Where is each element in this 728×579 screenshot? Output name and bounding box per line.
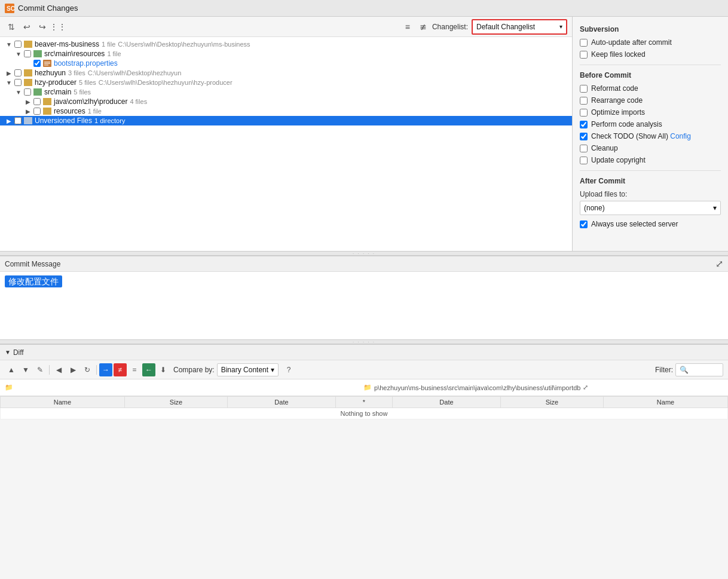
cleanup-label[interactable]: Cleanup: [591, 144, 618, 152]
tree-item-meta: 1 directory: [94, 117, 125, 124]
diff-edit[interactable]: ✎: [33, 363, 47, 376]
diff-arrow-left-btn[interactable]: ←: [142, 363, 155, 376]
compare-by-dropdown[interactable]: Binary Content ▾: [217, 363, 279, 376]
folder-icon: [43, 108, 51, 115]
compare-by-area: Compare by: Binary Content ▾: [173, 363, 279, 376]
tree-item-hezhuyun[interactable]: ▶ hezhuyun 3 files C:\Users\wlh\Desktop\…: [0, 68, 572, 78]
changelist-value: Default Changelist: [476, 23, 556, 31]
tree-toggle[interactable]: ▼: [5, 78, 13, 87]
tree-item-src-main-resources[interactable]: ▼ src\main\resources 1 file: [0, 49, 572, 59]
upload-dropdown[interactable]: (none) ▾: [580, 201, 721, 215]
resize-handle-1[interactable]: · · · · ·: [0, 251, 728, 256]
filter2-button[interactable]: ≢: [417, 20, 430, 33]
always-use-server-checkbox[interactable]: [580, 220, 588, 228]
tree-item-src-main[interactable]: ▼ src\main 5 files: [0, 87, 572, 97]
diff-equal-btn[interactable]: =: [128, 363, 141, 376]
tree-item-java-com-zlhy-producer[interactable]: ▶ java\com\zlhy\producer 4 files: [0, 97, 572, 106]
folder-src-icon: [33, 50, 42, 57]
chevron-down-icon: ▾: [271, 366, 274, 374]
tree-toggle[interactable]: ▶: [24, 97, 32, 106]
changelist-label: Changelist:: [432, 23, 468, 31]
tree-checkbox[interactable]: [33, 60, 41, 67]
sync-button[interactable]: ⇅: [5, 20, 18, 33]
tree-item-resources[interactable]: ▶ resources 1 file: [0, 106, 572, 116]
tree-checkbox[interactable]: [14, 117, 22, 124]
diff-table: Name Size Date * Date Size Name Nothing …: [0, 396, 728, 419]
optimize-imports-label[interactable]: Optimize imports: [591, 108, 645, 117]
rearrange-code-label[interactable]: Rearrange code: [591, 96, 643, 105]
diff-help-btn[interactable]: ?: [282, 363, 295, 376]
filter-input[interactable]: 🔍: [675, 363, 723, 376]
diff-arrow-right-btn[interactable]: →: [99, 363, 112, 376]
tree-checkbox[interactable]: [14, 69, 22, 76]
title-bar: SC Commit Changes: [0, 0, 728, 17]
col-size-right: Size: [500, 397, 603, 408]
perform-code-analysis-checkbox[interactable]: [580, 121, 588, 128]
col-star: *: [335, 397, 392, 408]
tree-checkbox[interactable]: [24, 50, 31, 57]
properties-file-icon: [43, 60, 51, 67]
perform-code-analysis-label[interactable]: Perform code analysis: [591, 120, 662, 128]
undo-button[interactable]: ↩: [20, 20, 33, 33]
tree-item-meta: 5 files: [74, 88, 91, 96]
tree-item-name: java\com\zlhy\producer: [54, 97, 127, 106]
diff-separator-2: [96, 365, 97, 375]
tree-checkbox[interactable]: [33, 98, 41, 105]
tree-toggle[interactable]: ▶: [5, 69, 13, 77]
upload-section: Upload files to: (none) ▾: [580, 190, 721, 215]
diff-refresh[interactable]: ↻: [81, 363, 94, 376]
tree-toggle[interactable]: ▼: [5, 40, 13, 48]
diff-prev[interactable]: ◀: [52, 363, 65, 376]
commit-message-expand-icon[interactable]: ⤢: [715, 258, 723, 269]
tree-checkbox[interactable]: [24, 88, 31, 96]
tree-checkbox[interactable]: [14, 79, 22, 86]
tree-toggle[interactable]: ▶: [24, 107, 32, 115]
diff-toggle[interactable]: ▼: [5, 349, 11, 356]
col-size-left: Size: [124, 397, 227, 408]
resize-handle-2[interactable]: · · · · ·: [0, 339, 728, 344]
toolbar: ⇅ ↩ ↪ ⋮⋮ ≡ ≢ Changelist: Default Changel…: [0, 17, 572, 37]
reformat-code-checkbox[interactable]: [580, 85, 588, 93]
diff-next[interactable]: ▶: [66, 363, 79, 376]
diff-arrow-up[interactable]: ▲: [5, 363, 18, 376]
tree-item-hzy-producer[interactable]: ▼ hzy-producer 5 files C:\Users\wlh\Desk…: [0, 78, 572, 87]
auto-update-checkbox[interactable]: [580, 39, 588, 47]
update-copyright-checkbox[interactable]: [580, 157, 588, 164]
perform-code-analysis-option: Perform code analysis: [580, 120, 721, 128]
auto-update-label[interactable]: Auto-update after commit: [591, 38, 672, 47]
check-todo-label[interactable]: Check TODO (Show All) Config: [591, 132, 691, 140]
tree-toggle[interactable]: ▶: [5, 117, 13, 125]
keep-files-locked-label[interactable]: Keep files locked: [591, 50, 646, 59]
tree-item-beaver-ms-business[interactable]: ▼ beaver-ms-business 1 file C:\Users\wlh…: [0, 39, 572, 49]
optimize-imports-checkbox[interactable]: [580, 109, 588, 117]
svg-rect-5: [44, 65, 48, 66]
tree-checkbox[interactable]: [33, 108, 41, 115]
redo-button[interactable]: ↪: [36, 20, 49, 33]
right-panel: Subversion Auto-update after commit Keep…: [573, 17, 728, 251]
svg-text:SC: SC: [7, 5, 14, 12]
tree-item-path: C:\Users\wlh\Desktop\hezhuyun\ms-busines…: [118, 41, 250, 48]
diff-not-equal-btn[interactable]: ≠: [114, 363, 127, 376]
config-link[interactable]: Config: [670, 132, 691, 140]
tree-item-bootstrap-properties[interactable]: ▶ bootstrap.properties: [0, 59, 572, 68]
always-use-server-label[interactable]: Always use selected server: [591, 220, 678, 228]
filter1-button[interactable]: ≡: [401, 20, 414, 33]
svg-rect-3: [44, 62, 50, 63]
tree-toggle[interactable]: ▼: [14, 50, 23, 58]
tree-item-unversioned-files[interactable]: ▶ Unversioned Files 1 directory: [0, 116, 572, 125]
tree-toggle[interactable]: ▼: [14, 88, 23, 96]
move-button[interactable]: ⋮⋮: [51, 20, 65, 33]
rearrange-code-checkbox[interactable]: [580, 97, 588, 105]
diff-arrow-down[interactable]: ▼: [19, 363, 32, 376]
reformat-code-label[interactable]: Reformat code: [591, 84, 638, 93]
diff-down-btn[interactable]: ⬇: [157, 363, 170, 376]
cleanup-checkbox[interactable]: [580, 145, 588, 152]
update-copyright-label[interactable]: Update copyright: [591, 156, 646, 164]
cleanup-option: Cleanup: [580, 144, 721, 152]
tree-checkbox[interactable]: [14, 41, 22, 48]
check-todo-checkbox[interactable]: [580, 133, 588, 140]
auto-update-option: Auto-update after commit: [580, 38, 721, 47]
keep-files-locked-checkbox[interactable]: [580, 51, 588, 59]
tree-item-path: C:\Users\wlh\Desktop\hezhuyun: [88, 69, 182, 76]
changelist-dropdown[interactable]: Default Changelist ▾: [472, 19, 567, 35]
